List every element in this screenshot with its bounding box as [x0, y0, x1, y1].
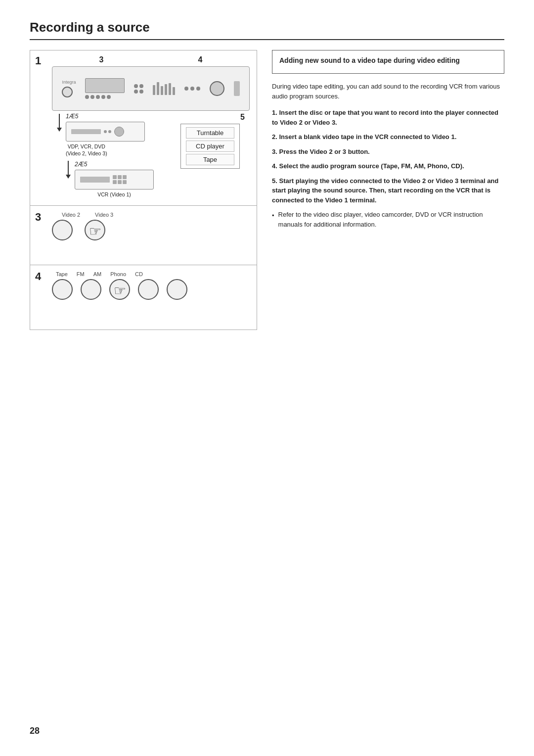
vdp-label: VDP, VCR, DVD(Video 2, Video 3) [66, 143, 107, 157]
source-turntable: Turntable [186, 127, 234, 139]
receiver-volume-knob [210, 81, 224, 96]
am-label: AM [93, 271, 102, 277]
section-3: 3 Video 2 Video 3 ☞ [30, 206, 257, 265]
callout-3: 3 [99, 55, 104, 64]
phono-button[interactable] [138, 279, 159, 300]
phono-label: Phono [110, 271, 126, 277]
callout-numbers-row: 3 4 [37, 55, 250, 64]
source-cdplayer: CD player [186, 141, 234, 152]
vcr-device [75, 170, 154, 189]
video3-button[interactable]: ☞ [85, 220, 105, 240]
page-title: Recording a source [30, 20, 504, 40]
sources-num: 5 [240, 113, 245, 122]
page-number: 28 [30, 726, 40, 736]
info-box-title: Adding new sound to a video tape during … [279, 56, 497, 64]
am-button[interactable]: ☞ [109, 279, 130, 300]
cd-button[interactable] [167, 279, 187, 300]
left-panel: 1 3 4 Integra [30, 50, 257, 330]
arrow-vcr-section: 2Æ5 VCR (Video 1 [66, 161, 154, 197]
step-5: 5. Start playing the video connected to … [272, 176, 504, 205]
right-panel: Adding new sound to a video tape during … [272, 50, 504, 229]
video-labels: Video 2 Video 3 [52, 212, 113, 218]
video3-label: Video 3 [95, 212, 113, 218]
vdp-dial [114, 127, 124, 137]
step-1: 1. Insert the disc or tape that you want… [272, 108, 504, 127]
fm-button[interactable] [81, 279, 101, 300]
vdp-section: 1Æ5 VDP, VCR, DVD(Video 2, Video 3) [66, 113, 154, 197]
finger-icon-3: ☞ [89, 223, 101, 239]
info-box: Adding new sound to a video tape during … [272, 50, 504, 74]
step-2: 2. Insert a blank video tape in the VCR … [272, 132, 504, 142]
bullet-dot: • [272, 211, 274, 229]
bullet-text: Refer to the video disc player, video ca… [278, 210, 504, 229]
video-buttons-area: Video 2 Video 3 ☞ [52, 212, 250, 240]
section-4-number: 4 [35, 270, 41, 283]
label-2e5: 2Æ5 [75, 161, 154, 168]
audio-btns-row: ☞ [52, 279, 250, 300]
video2-label: Video 2 [62, 212, 80, 218]
audio-labels: Tape FM AM Phono CD [52, 271, 250, 277]
receiver-diagram: Integra [52, 66, 250, 111]
video-btns-row: ☞ [52, 220, 105, 240]
vdp-device [66, 122, 145, 142]
section-3-number: 3 [35, 211, 41, 224]
arrow-down-2 [66, 161, 71, 179]
fm-label: FM [77, 271, 85, 277]
receiver-controls [85, 95, 125, 99]
source-tape: Tape [186, 154, 234, 165]
device-connections: 1Æ5 VDP, VCR, DVD(Video 2, Video 3) [37, 111, 250, 198]
video2-button[interactable] [52, 220, 73, 240]
vcr-section: 2Æ5 VCR (Video 1 [75, 161, 154, 197]
receiver-sliders [153, 82, 175, 95]
intro-text: During video tape editing, you can add s… [272, 82, 504, 101]
cd-label: CD [135, 271, 143, 277]
arrow-vdp-section: 1Æ5 VDP, VCR, DVD(Video 2, Video 3) [57, 113, 154, 197]
step-3: 3. Press the Video 2 or 3 button. [272, 147, 504, 157]
receiver-display [85, 78, 125, 93]
sources-section: 5 Turntable CD player Tape [180, 113, 245, 169]
section-1: 1 3 4 Integra [30, 50, 257, 206]
instructions-list: 1. Insert the disc or tape that you want… [272, 108, 504, 205]
vdp-slot [71, 129, 101, 134]
tape-button[interactable] [52, 279, 73, 300]
main-layout: 1 3 4 Integra [30, 50, 504, 330]
label-1e5: 1Æ5 [66, 113, 78, 120]
tape-label: Tape [56, 271, 68, 277]
receiver-knob-left [62, 87, 73, 97]
section-4: 4 Tape FM AM Phono CD ☞ [30, 265, 257, 330]
step-4: 4. Select the audio program source (Tape… [272, 161, 504, 171]
vcr-label: VCR (Video 1) [75, 191, 154, 197]
section-1-number: 1 [35, 54, 41, 67]
finger-icon-4: ☞ [114, 283, 126, 299]
left-devices: 1Æ5 VDP, VCR, DVD(Video 2, Video 3) [57, 113, 176, 198]
arrow-down-1 [57, 114, 62, 132]
vcr-grid [113, 175, 127, 184]
bullet-item: • Refer to the video disc player, video … [272, 210, 504, 229]
receiver-side [234, 81, 240, 96]
vcr-slot [80, 177, 110, 183]
sources-box: Turntable CD player Tape [180, 124, 240, 169]
callout-4: 4 [198, 55, 203, 64]
audio-buttons-area: Tape FM AM Phono CD ☞ [52, 271, 250, 300]
vdp-dots [104, 130, 111, 133]
